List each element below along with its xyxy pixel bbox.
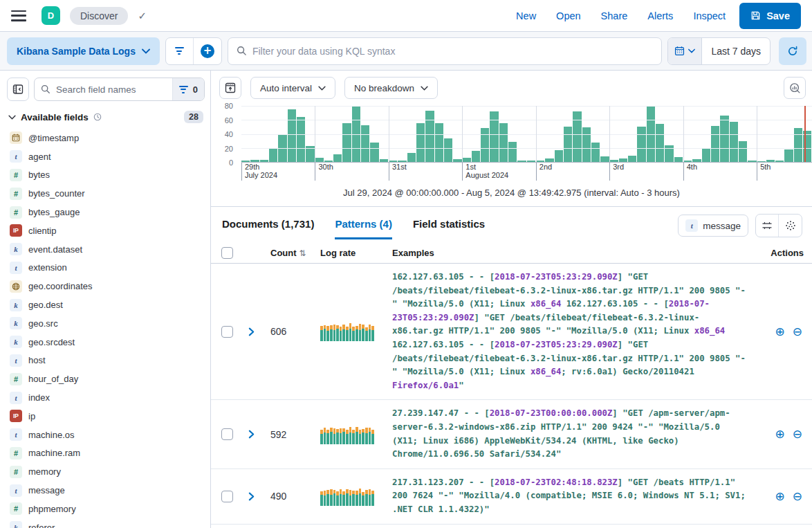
histogram-bar[interactable] (674, 157, 683, 162)
interval-select[interactable]: Auto interval (250, 77, 335, 99)
tab-field[interactable]: Field statistics (413, 218, 485, 239)
chart-options-button[interactable] (219, 77, 241, 99)
field-item-geo.srcdest[interactable]: kgeo.srcdest (7, 333, 205, 352)
histogram-bar[interactable] (637, 127, 645, 162)
filter-for-pattern-button[interactable]: ⊕ (775, 326, 785, 338)
histogram-bar[interactable] (398, 161, 406, 162)
count-column-header[interactable]: Count ⇅ (270, 248, 320, 258)
field-item-agent[interactable]: tagent (7, 147, 205, 166)
tab-documents[interactable]: Documents (1,731) (222, 218, 314, 239)
histogram-bar[interactable] (555, 150, 563, 162)
available-fields-header[interactable]: Available fields 28 (8, 111, 203, 123)
histogram-bar[interactable] (610, 160, 618, 162)
histogram-bar[interactable] (711, 126, 719, 162)
histogram-bar[interactable] (600, 156, 609, 162)
nav-link-share[interactable]: Share (601, 10, 628, 21)
nav-link-inspect[interactable]: Inspect (693, 10, 726, 21)
histogram-bar[interactable] (250, 160, 259, 162)
pattern-field-selector[interactable]: t message (678, 215, 748, 237)
field-item-@timestamp[interactable]: @timestamp (7, 129, 205, 147)
row-height-button[interactable] (756, 215, 779, 237)
field-item-referer[interactable]: kreferer (7, 518, 205, 528)
histogram-bar[interactable] (692, 159, 701, 162)
histogram-bar[interactable] (775, 161, 784, 162)
field-item-geo.coordinates[interactable]: geo.coordinates (7, 277, 205, 295)
field-item-geo.dest[interactable]: kgeo.dest (7, 295, 205, 314)
filter-for-pattern-button[interactable]: ⊕ (775, 491, 785, 502)
histogram-bar[interactable] (370, 143, 378, 162)
field-item-host[interactable]: thost (7, 352, 205, 370)
add-filter-button[interactable]: + (194, 38, 221, 64)
date-picker-menu-button[interactable] (668, 38, 702, 64)
histogram-bar[interactable] (288, 109, 296, 162)
field-item-geo.src[interactable]: kgeo.src (7, 314, 205, 333)
histogram-bar[interactable] (241, 161, 250, 162)
field-item-machine.os[interactable]: tmachine.os (7, 426, 205, 444)
histogram-bar[interactable] (407, 153, 416, 162)
histogram-bar[interactable] (333, 154, 342, 162)
histogram-chart[interactable]: 020406080 29thJuly 202430th31st1stAugust… (211, 103, 812, 181)
field-filter-button[interactable]: 0 (172, 78, 204, 100)
discover-app-logo[interactable]: D (41, 6, 60, 25)
histogram-bar[interactable] (508, 142, 517, 162)
histogram-bar[interactable] (380, 159, 388, 162)
nav-link-open[interactable]: Open (556, 10, 580, 21)
field-item-hour_of_day[interactable]: #hour_of_day (7, 370, 205, 388)
histogram-bar[interactable] (342, 123, 351, 162)
field-search-input[interactable] (50, 84, 172, 95)
select-all-checkbox[interactable] (221, 247, 233, 259)
save-button[interactable]: Save (739, 3, 801, 29)
histogram-bar[interactable] (361, 125, 369, 162)
histogram-bar[interactable] (591, 143, 600, 162)
tab-patterns[interactable]: Patterns (4) (335, 218, 392, 239)
fullscreen-button[interactable] (779, 215, 802, 237)
histogram-bar[interactable] (748, 161, 756, 162)
field-item-memory[interactable]: #memory (7, 462, 205, 481)
histogram-bar[interactable] (453, 159, 461, 162)
histogram-bar[interactable] (656, 124, 664, 162)
row-checkbox[interactable] (221, 491, 233, 502)
histogram-bar[interactable] (766, 160, 775, 162)
histogram-bar[interactable] (757, 161, 766, 162)
histogram-bar[interactable] (545, 158, 553, 162)
filter-list-button[interactable] (166, 38, 194, 64)
menu-icon[interactable] (11, 10, 26, 21)
edit-visualization-button[interactable] (784, 77, 806, 99)
histogram-bar[interactable] (573, 111, 581, 162)
field-item-ip[interactable]: IPip (7, 407, 205, 426)
histogram-bar[interactable] (730, 122, 738, 162)
histogram-bar[interactable] (416, 123, 425, 162)
field-item-event.dataset[interactable]: kevent.dataset (7, 240, 205, 259)
row-checkbox[interactable] (221, 326, 233, 338)
histogram-bar[interactable] (269, 149, 277, 162)
histogram-bar[interactable] (628, 156, 636, 162)
refresh-button[interactable] (779, 37, 806, 65)
field-item-index[interactable]: tindex (7, 388, 205, 407)
histogram-bar[interactable] (315, 158, 324, 162)
kql-input[interactable] (252, 46, 653, 57)
histogram-bar[interactable] (425, 111, 434, 162)
histogram-bar[interactable] (297, 117, 305, 162)
breadcrumb[interactable]: Discover (70, 7, 128, 25)
histogram-bar[interactable] (527, 161, 535, 162)
histogram-bar[interactable] (517, 161, 526, 162)
expand-row-button[interactable] (247, 492, 270, 501)
field-item-message[interactable]: tmessage (7, 481, 205, 500)
field-item-bytes_gauge[interactable]: #bytes_gauge (7, 203, 205, 221)
nav-link-new[interactable]: New (516, 10, 536, 21)
histogram-bar[interactable] (619, 158, 627, 162)
histogram-bar[interactable] (490, 111, 498, 162)
row-checkbox[interactable] (221, 428, 233, 440)
histogram-bar[interactable] (784, 149, 793, 162)
field-item-phpmemory[interactable]: #phpmemory (7, 500, 205, 518)
histogram-bar[interactable] (499, 123, 508, 162)
filter-for-pattern-button[interactable]: ⊕ (775, 428, 785, 440)
breakdown-select[interactable]: No breakdown (344, 77, 438, 99)
field-item-extension[interactable]: textension (7, 259, 205, 277)
histogram-bar[interactable] (389, 161, 397, 162)
expand-row-button[interactable] (247, 430, 270, 439)
histogram-bar[interactable] (536, 161, 544, 162)
nav-link-alerts[interactable]: Alerts (647, 10, 673, 21)
field-item-clientip[interactable]: IPclientip (7, 221, 205, 240)
histogram-bar[interactable] (463, 158, 471, 162)
